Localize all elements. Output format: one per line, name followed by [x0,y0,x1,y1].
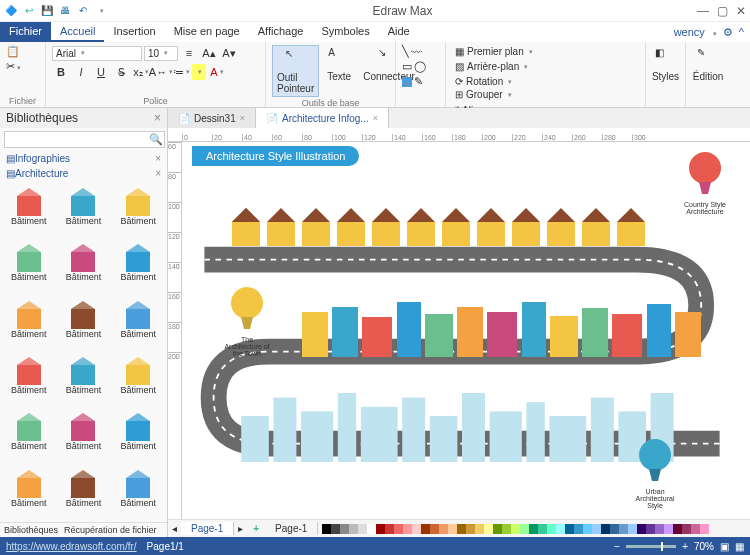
library-shape[interactable]: Bâtiment [2,352,56,407]
grow-font-icon[interactable]: A▴ [200,45,218,61]
status-url[interactable]: https://www.edrawsoft.com/fr/ [6,541,137,552]
print-icon[interactable]: 🖶 [58,4,72,18]
edit-button[interactable]: ✎ Édition [692,45,724,84]
styles-button[interactable]: ◧ Styles [652,45,679,84]
paste-caret[interactable]: ✂ [6,60,21,73]
library-shape[interactable]: Bâtiment [111,465,165,520]
library-shape[interactable]: Bâtiment [57,408,111,463]
ribbon-collapse-icon[interactable]: ^ [739,26,744,38]
bring-front-button[interactable]: ▦ Premier plan [452,45,639,58]
library-shape[interactable]: Bâtiment [57,239,111,294]
library-shape[interactable]: Bâtiment [111,408,165,463]
underline-button[interactable]: U [92,64,110,80]
line-spacing-icon[interactable]: ≡ [180,45,198,61]
svg-rect-4 [126,196,150,216]
balloon-town[interactable]: The Architecture of the Town [222,287,272,357]
doc-tab-architecture[interactable]: 📄 Architecture Infog... × [256,108,389,128]
group-button[interactable]: ⊞ Grouper [452,88,639,101]
paste-icon[interactable]: 📋 [6,45,21,58]
section-architecture[interactable]: ▤ Architecture× [0,166,167,181]
svg-rect-47 [591,398,614,462]
search-input[interactable] [4,131,165,148]
maximize-button[interactable]: ▢ [717,4,728,18]
balloon-country[interactable]: Country Style Architecture [680,152,730,215]
section-infographies[interactable]: ▤ Infographies× [0,151,167,166]
zoom-slider[interactable] [626,545,676,548]
text-tool-button[interactable]: A Texte [323,45,355,84]
fill-color-button[interactable] [402,77,412,87]
page-prev-icon[interactable]: ◂ [168,523,181,534]
canvas-title-banner[interactable]: Architecture Style Illustration [192,146,359,166]
close-button[interactable]: ✕ [736,4,746,18]
page-tab-1[interactable]: Page-1 [181,522,234,535]
italic-button[interactable]: I [72,64,90,80]
library-shape[interactable]: Bâtiment [111,239,165,294]
sidebar-foot-biblio[interactable]: Bibliothèques [4,525,58,535]
ellipse-shape-icon[interactable]: ◯ [414,60,426,73]
balloon-urban[interactable]: Urban Architectural Style [630,439,680,509]
svg-rect-0 [17,196,41,216]
bold-button[interactable]: B [52,64,70,80]
menu-accueil[interactable]: Accueil [51,22,104,42]
spacing-button[interactable]: A↔ [152,64,170,80]
eyedrop-icon[interactable]: ✎ [414,75,423,88]
fit-page-icon[interactable]: ▣ [720,541,729,552]
library-shape[interactable]: Bâtiment [111,183,165,238]
menu-file[interactable]: Fichier [0,22,51,42]
library-shape[interactable]: Bâtiment [57,352,111,407]
library-shape[interactable]: Bâtiment [111,352,165,407]
svg-rect-30 [17,478,41,498]
library-shape[interactable]: Bâtiment [57,183,111,238]
menu-insertion[interactable]: Insertion [104,22,164,42]
canvas[interactable]: Architecture Style Illustration [182,142,750,519]
page-next-icon[interactable]: ▸ [234,523,247,534]
svg-rect-39 [338,393,356,462]
undo-icon[interactable]: ↶ [76,4,90,18]
minimize-button[interactable]: — [697,4,709,18]
send-back-button[interactable]: ▨ Arrière-plan [452,60,639,73]
library-shape[interactable]: Bâtiment [2,183,56,238]
library-shape[interactable]: Bâtiment [2,465,56,520]
back-icon[interactable]: ↩ [22,4,36,18]
shrink-font-icon[interactable]: A▾ [220,45,238,61]
menu-symboles[interactable]: Symboles [312,22,378,42]
user-menu-caret[interactable] [711,26,717,38]
subscript-button[interactable]: x₂ [132,64,150,80]
qat-more-icon[interactable] [94,4,108,18]
document-tabs: 📄 Dessin31 × 📄 Architecture Infog... × [168,108,750,128]
pointer-tool-button[interactable]: ↖ Outil Pointeur [272,45,319,97]
page-tab-1b[interactable]: Page-1 [265,522,318,535]
strike-button[interactable]: S̶ [112,64,130,80]
doc-tab-dessin31[interactable]: 📄 Dessin31 × [168,108,256,128]
add-page-button[interactable]: + [247,523,265,534]
menu-mise-en-page[interactable]: Mise en page [165,22,249,42]
zoom-out-button[interactable]: − [614,541,620,552]
rect-shape-icon[interactable]: ▭ [402,60,412,73]
view-mode-icon[interactable]: ▦ [735,541,744,552]
bullet-button[interactable]: ≔ [172,64,190,80]
library-shape[interactable]: Bâtiment [57,465,111,520]
library-shape[interactable]: Bâtiment [2,408,56,463]
library-shape[interactable]: Bâtiment [111,296,165,351]
zoom-in-button[interactable]: + [682,541,688,552]
rotate-button[interactable]: ⟳ Rotation [452,75,639,88]
highlight-button[interactable] [192,64,206,80]
menu-affichage[interactable]: Affichage [249,22,313,42]
font-size-select[interactable]: 10 [144,46,178,61]
library-shape[interactable]: Bâtiment [2,239,56,294]
user-area: wency ⚙ ^ [668,22,750,42]
user-name[interactable]: wency [674,26,705,38]
library-shape[interactable]: Bâtiment [2,296,56,351]
sidebar-close-icon[interactable]: × [154,111,161,125]
color-palette-strip[interactable] [322,524,750,534]
settings-icon[interactable]: ⚙ [723,26,733,39]
save-icon[interactable]: 💾 [40,4,54,18]
font-color-button[interactable]: A [208,64,226,80]
line-shape-icon[interactable]: ╲ [402,45,409,58]
font-name-select[interactable]: Arial [52,46,142,61]
menu-aide[interactable]: Aide [379,22,419,42]
curve-shape-icon[interactable]: 〰 [411,46,422,58]
library-shape[interactable]: Bâtiment [57,296,111,351]
sidebar-foot-recup[interactable]: Récupération de fichier [64,525,157,535]
search-icon[interactable]: 🔍 [149,133,163,146]
